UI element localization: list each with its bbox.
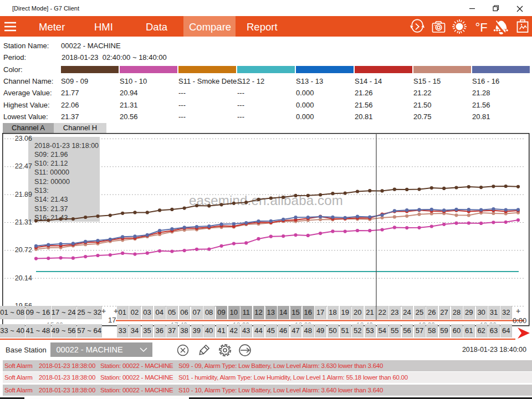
svg-text:S10: 21.12: S10: 21.12: [34, 160, 68, 167]
svg-text:S14: 21.43: S14: 21.43: [34, 196, 68, 203]
svg-text:S09: 21.96: S09: 21.96: [34, 151, 68, 158]
svg-text:S12: 00000: S12: 00000: [34, 178, 70, 186]
svg-text:S11: 00000: S11: 00000: [34, 168, 69, 176]
svg-text:2018-01-23 18:18:00: 2018-01-23 18:18:00: [34, 142, 99, 150]
svg-text:S13:: S13:: [34, 187, 49, 195]
svg-text:S15: 21.37: S15: 21.37: [34, 205, 68, 213]
